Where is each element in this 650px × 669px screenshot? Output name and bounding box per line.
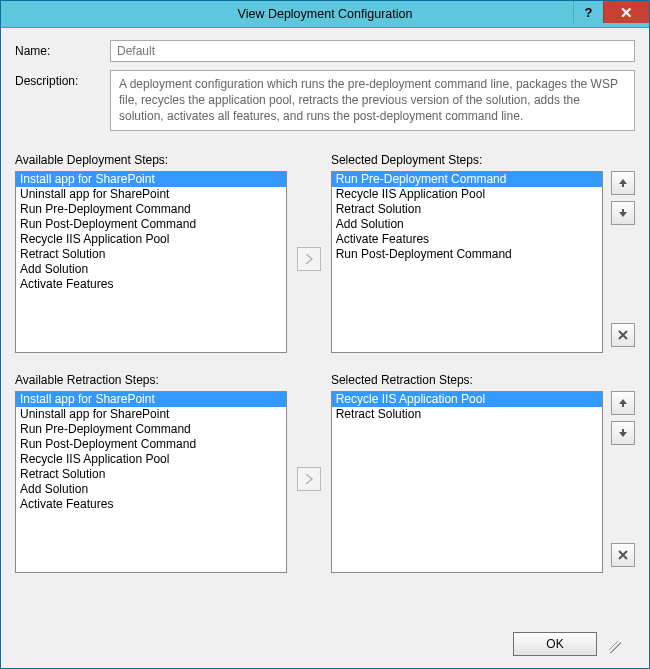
name-label: Name: [15, 40, 110, 58]
deployment-headers: Available Deployment Steps: Selected Dep… [15, 139, 635, 171]
x-icon [618, 330, 628, 340]
list-item[interactable]: Install app for SharePoint [16, 392, 286, 407]
list-item[interactable]: Retract Solution [332, 407, 602, 422]
name-row: Name: [15, 40, 635, 62]
list-item[interactable]: Recycle IIS Application Pool [16, 232, 286, 247]
selected-retraction-list[interactable]: Recycle IIS Application PoolRetract Solu… [331, 391, 603, 573]
list-item[interactable]: Recycle IIS Application Pool [332, 187, 602, 202]
list-item[interactable]: Run Post-Deployment Command [16, 437, 286, 452]
list-item[interactable]: Add Solution [16, 262, 286, 277]
chevron-right-icon [304, 474, 314, 484]
titlebar: View Deployment Configuration ? ✕ [1, 1, 649, 28]
arrow-down-icon [618, 208, 628, 218]
remove-deployment-button[interactable] [611, 323, 635, 347]
selected-deployment-list[interactable]: Run Pre-Deployment CommandRecycle IIS Ap… [331, 171, 603, 353]
list-item[interactable]: Run Post-Deployment Command [16, 217, 286, 232]
available-deployment-label: Available Deployment Steps: [15, 153, 287, 167]
add-deployment-button[interactable] [297, 247, 321, 271]
available-retraction-list[interactable]: Install app for SharePointUninstall app … [15, 391, 287, 573]
list-item[interactable]: Run Pre-Deployment Command [16, 422, 286, 437]
list-item[interactable]: Run Post-Deployment Command [332, 247, 602, 262]
list-item[interactable]: Add Solution [332, 217, 602, 232]
list-item[interactable]: Activate Features [16, 277, 286, 292]
list-item[interactable]: Uninstall app for SharePoint [16, 187, 286, 202]
list-item[interactable]: Run Pre-Deployment Command [16, 202, 286, 217]
list-item[interactable]: Retract Solution [332, 202, 602, 217]
retraction-lists: Install app for SharePointUninstall app … [15, 391, 635, 573]
move-up-retraction-button[interactable] [611, 391, 635, 415]
titlebar-buttons: ? ✕ [573, 1, 649, 27]
list-item[interactable]: Activate Features [16, 497, 286, 512]
list-item[interactable]: Add Solution [16, 482, 286, 497]
x-icon [618, 550, 628, 560]
move-up-deployment-button[interactable] [611, 171, 635, 195]
description-label: Description: [15, 70, 110, 88]
description-row: Description: A deployment configuration … [15, 70, 635, 131]
resize-grip[interactable] [609, 641, 621, 653]
move-down-retraction-button[interactable] [611, 421, 635, 445]
list-item[interactable]: Run Pre-Deployment Command [332, 172, 602, 187]
selected-retraction-label: Selected Retraction Steps: [331, 373, 603, 387]
arrow-down-icon [618, 428, 628, 438]
retraction-headers: Available Retraction Steps: Selected Ret… [15, 359, 635, 391]
list-item[interactable]: Recycle IIS Application Pool [332, 392, 602, 407]
close-icon: ✕ [620, 5, 633, 20]
name-input[interactable] [110, 40, 635, 62]
help-icon: ? [585, 6, 593, 19]
description-text: A deployment configuration which runs th… [110, 70, 635, 131]
list-item[interactable]: Retract Solution [16, 247, 286, 262]
list-item[interactable]: Recycle IIS Application Pool [16, 452, 286, 467]
ok-button[interactable]: OK [513, 632, 597, 656]
dialog-content: Name: Description: A deployment configur… [1, 28, 649, 668]
list-item[interactable]: Retract Solution [16, 467, 286, 482]
dialog-footer: OK [15, 622, 635, 668]
list-item[interactable]: Activate Features [332, 232, 602, 247]
available-retraction-label: Available Retraction Steps: [15, 373, 287, 387]
arrow-up-icon [618, 178, 628, 188]
help-button[interactable]: ? [573, 1, 603, 23]
chevron-right-icon [304, 254, 314, 264]
close-button[interactable]: ✕ [603, 1, 649, 23]
available-deployment-list[interactable]: Install app for SharePointUninstall app … [15, 171, 287, 353]
list-item[interactable]: Install app for SharePoint [16, 172, 286, 187]
selected-deployment-label: Selected Deployment Steps: [331, 153, 603, 167]
add-retraction-button[interactable] [297, 467, 321, 491]
dialog-window: View Deployment Configuration ? ✕ Name: … [0, 0, 650, 669]
arrow-up-icon [618, 398, 628, 408]
list-item[interactable]: Uninstall app for SharePoint [16, 407, 286, 422]
deployment-lists: Install app for SharePointUninstall app … [15, 171, 635, 353]
window-title: View Deployment Configuration [1, 7, 649, 21]
remove-retraction-button[interactable] [611, 543, 635, 567]
move-down-deployment-button[interactable] [611, 201, 635, 225]
